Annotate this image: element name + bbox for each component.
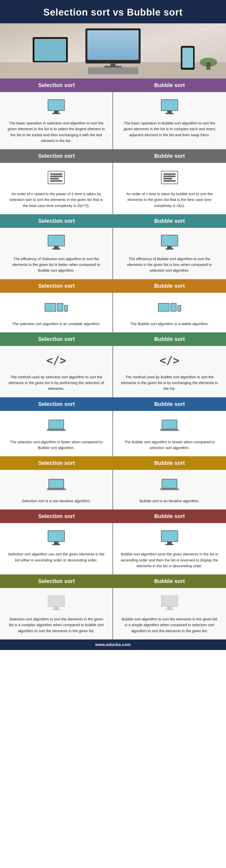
svg-rect-12 bbox=[206, 62, 210, 70]
left-icon-8 bbox=[48, 528, 65, 548]
right-cell-6: The bubble sort algorithm is slower when… bbox=[113, 411, 226, 457]
right-cell-2: An order of n time is taken by bubble so… bbox=[113, 163, 226, 214]
left-icon-6 bbox=[47, 415, 66, 435]
left-text-8: Selection sort algorithm can sort the gi… bbox=[7, 551, 105, 563]
section-right-label-7: Bubble sort bbox=[113, 456, 226, 470]
section-left-label-1: Selection sort bbox=[0, 79, 113, 92]
right-icon-4 bbox=[158, 297, 181, 317]
left-icon-4 bbox=[45, 297, 68, 317]
left-text-6: The selection sort algorithm is faster w… bbox=[7, 439, 105, 451]
section-left-label-7: Selection sort bbox=[0, 456, 113, 470]
left-text-3: The efficiency of Selection sort algorit… bbox=[7, 256, 105, 274]
comparison-row-7: Selection sort is a non-iterative algori… bbox=[0, 470, 226, 509]
right-cell-7: Bubble sort is an iterative algorithm. bbox=[113, 470, 226, 509]
right-icon-1 bbox=[161, 97, 178, 117]
section-left-label-3: Selection sort bbox=[0, 214, 113, 228]
left-icon-3 bbox=[48, 232, 65, 252]
right-cell-5: </> The method used by bubble sort algor… bbox=[113, 346, 226, 397]
right-text-3: The efficiency of Bubble sort algorithm … bbox=[120, 256, 219, 274]
svg-rect-3 bbox=[87, 30, 139, 60]
section-left-label-4: Selection sort bbox=[0, 279, 113, 293]
left-text-7: Selection sort is a non-iterative algori… bbox=[22, 498, 91, 504]
left-icon-7 bbox=[47, 474, 66, 494]
right-icon-5: </> bbox=[160, 350, 179, 371]
comparison-row-2: An order of n raised to the power of 2 t… bbox=[0, 163, 226, 214]
left-icon-1 bbox=[48, 97, 65, 117]
left-text-2: An order of n raised to the power of 2 t… bbox=[7, 191, 105, 209]
hero-illustration bbox=[0, 23, 226, 79]
hero-image bbox=[0, 23, 226, 79]
section-right-label-5: Bubble sort bbox=[113, 332, 226, 346]
left-icon-9 bbox=[48, 593, 65, 613]
comparison-row-6: The selection sort algorithm is faster w… bbox=[0, 411, 226, 457]
section-header-9: Selection sort Bubble sort bbox=[0, 575, 226, 588]
section-left-label-2: Selection sort bbox=[0, 149, 113, 163]
right-cell-1: The basic operation in Bubble sort algor… bbox=[113, 92, 226, 149]
left-cell-7: Selection sort is a non-iterative algori… bbox=[0, 470, 113, 509]
right-text-5: The method used by bubble sort algorithm… bbox=[120, 374, 219, 392]
right-icon-7 bbox=[160, 474, 179, 494]
left-cell-3: The efficiency of Selection sort algorit… bbox=[0, 228, 113, 279]
page-header: Selection sort vs Bubble sort bbox=[0, 0, 226, 23]
right-text-6: The bubble sort algorithm is slower when… bbox=[120, 439, 219, 451]
comparison-row-3: The efficiency of Selection sort algorit… bbox=[0, 228, 226, 279]
right-icon-6 bbox=[160, 415, 179, 435]
left-cell-2: An order of n raised to the power of 2 t… bbox=[0, 163, 113, 214]
section-header-3: Selection sort Bubble sort bbox=[0, 214, 226, 228]
section-header-6: Selection sort Bubble sort bbox=[0, 397, 226, 411]
section-right-label-4: Bubble sort bbox=[113, 279, 226, 293]
right-icon-8 bbox=[161, 528, 178, 548]
section-header-5: Selection sort Bubble sort bbox=[0, 332, 226, 346]
section-right-label-2: Bubble sort bbox=[113, 149, 226, 163]
comparison-row-1: The basic operation in selection sort al… bbox=[0, 92, 226, 149]
section-right-label-8: Bubble sort bbox=[113, 509, 226, 523]
right-text-2: An order of n time is taken by bubble so… bbox=[120, 191, 219, 209]
right-text-4: The Bubble sort algorithm is a stable al… bbox=[130, 321, 209, 327]
right-text-9: Bubble sort algorithm to sort the elemen… bbox=[120, 616, 219, 634]
svg-rect-6 bbox=[88, 67, 138, 74]
left-text-5: The method used by selection sort algori… bbox=[7, 374, 105, 392]
footer-url: www.educba.com bbox=[95, 643, 131, 647]
right-text-8: Bubble sort algorithm sorts the given el… bbox=[120, 551, 219, 569]
section-left-label-6: Selection sort bbox=[0, 397, 113, 411]
right-cell-9: Bubble sort algorithm to sort the elemen… bbox=[113, 588, 226, 640]
left-text-1: The basic operation in selection sort al… bbox=[7, 120, 105, 144]
left-cell-4: The selection sort algorithm is an unsta… bbox=[0, 293, 113, 332]
section-right-label-9: Bubble sort bbox=[113, 575, 226, 588]
left-cell-1: The basic operation in selection sort al… bbox=[0, 92, 113, 149]
left-icon-2 bbox=[46, 167, 67, 187]
section-left-label-5: Selection sort bbox=[0, 332, 113, 346]
section-header-1: Selection sort Bubble sort bbox=[0, 79, 226, 92]
sections-container: Selection sort Bubble sort The basic ope… bbox=[0, 79, 226, 640]
right-cell-3: The efficiency of Bubble sort algorithm … bbox=[113, 228, 226, 279]
section-header-8: Selection sort Bubble sort bbox=[0, 509, 226, 523]
section-right-label-3: Bubble sort bbox=[113, 214, 226, 228]
section-header-4: Selection sort Bubble sort bbox=[0, 279, 226, 293]
svg-rect-4 bbox=[111, 63, 115, 66]
right-icon-2 bbox=[159, 167, 180, 187]
right-cell-4: The Bubble sort algorithm is a stable al… bbox=[113, 293, 226, 332]
right-icon-9 bbox=[161, 593, 178, 613]
right-cell-8: Bubble sort algorithm sorts the given el… bbox=[113, 523, 226, 575]
left-cell-9: Selection sort algorithm to sort the ele… bbox=[0, 588, 113, 640]
right-icon-3 bbox=[161, 232, 178, 252]
svg-rect-8 bbox=[34, 39, 66, 61]
section-left-label-8: Selection sort bbox=[0, 509, 113, 523]
left-cell-5: </> The method used by selection sort al… bbox=[0, 346, 113, 397]
page-title: Selection sort vs Bubble sort bbox=[5, 7, 221, 18]
section-header-2: Selection sort Bubble sort bbox=[0, 149, 226, 163]
comparison-row-5: </> The method used by selection sort al… bbox=[0, 346, 226, 397]
left-text-9: Selection sort algorithm to sort the ele… bbox=[7, 616, 105, 634]
footer: www.educba.com bbox=[0, 640, 226, 650]
section-header-7: Selection sort Bubble sort bbox=[0, 456, 226, 470]
comparison-row-9: Selection sort algorithm to sort the ele… bbox=[0, 588, 226, 640]
left-text-4: The selection sort algorithm is an unsta… bbox=[12, 321, 100, 327]
section-left-label-9: Selection sort bbox=[0, 575, 113, 588]
left-icon-5: </> bbox=[46, 350, 66, 371]
right-text-1: The basic operation in Bubble sort algor… bbox=[120, 120, 219, 138]
right-text-7: Bubble sort is an iterative algorithm. bbox=[140, 498, 199, 504]
section-right-label-1: Bubble sort bbox=[113, 79, 226, 92]
section-right-label-6: Bubble sort bbox=[113, 397, 226, 411]
svg-rect-10 bbox=[182, 48, 193, 68]
left-cell-8: Selection sort algorithm can sort the gi… bbox=[0, 523, 113, 575]
